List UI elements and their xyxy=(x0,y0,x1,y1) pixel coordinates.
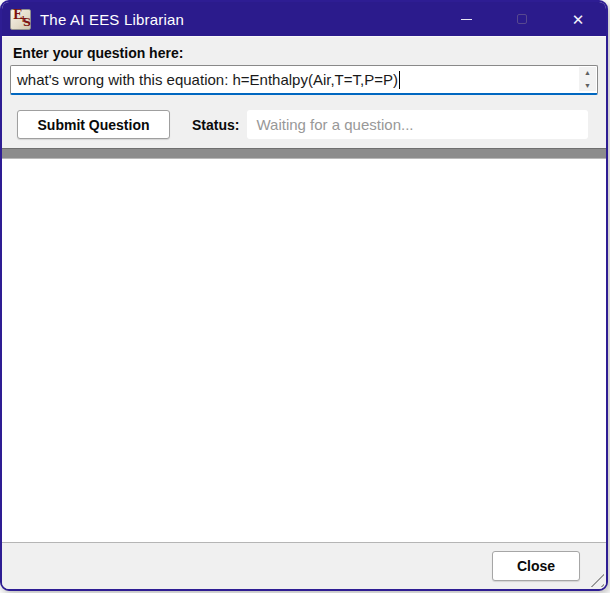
scroll-down-icon[interactable]: ▼ xyxy=(584,82,591,89)
question-input[interactable]: what's wrong with this equation: h=Entha… xyxy=(10,65,598,95)
status-label: Status: xyxy=(192,117,239,133)
app-icon-letter-s: S xyxy=(23,16,31,29)
action-row: Submit Question Status: Waiting for a qu… xyxy=(10,110,598,139)
maximize-icon xyxy=(517,14,527,24)
status-field[interactable]: Waiting for a question... xyxy=(247,110,588,139)
question-input-value: what's wrong with this equation: h=Entha… xyxy=(17,71,398,88)
scroll-up-icon[interactable]: ▲ xyxy=(584,69,591,76)
close-window-icon: ✕ xyxy=(572,12,585,27)
app-window: E + S The AI EES Librarian ✕ Enter your … xyxy=(0,0,608,591)
question-label: Enter your question here: xyxy=(10,45,598,61)
window-title: The AI EES Librarian xyxy=(40,11,184,28)
app-icon: E + S xyxy=(10,9,31,30)
submit-question-button[interactable]: Submit Question xyxy=(17,110,170,139)
results-area xyxy=(2,159,606,542)
minimize-icon xyxy=(461,19,472,20)
titlebar[interactable]: E + S The AI EES Librarian ✕ xyxy=(2,2,606,36)
close-window-button[interactable]: ✕ xyxy=(550,2,606,36)
close-button[interactable]: Close xyxy=(492,551,580,581)
query-panel: Enter your question here: what's wrong w… xyxy=(2,36,606,148)
text-caret xyxy=(399,71,400,89)
resize-grip-icon[interactable] xyxy=(590,573,604,587)
separator-bar xyxy=(2,148,606,159)
maximize-button[interactable] xyxy=(494,2,550,36)
caption-buttons: ✕ xyxy=(438,2,606,36)
minimize-button[interactable] xyxy=(438,2,494,36)
bottom-bar: Close xyxy=(2,542,606,589)
question-input-scrollbar[interactable]: ▲ ▼ xyxy=(579,67,596,91)
